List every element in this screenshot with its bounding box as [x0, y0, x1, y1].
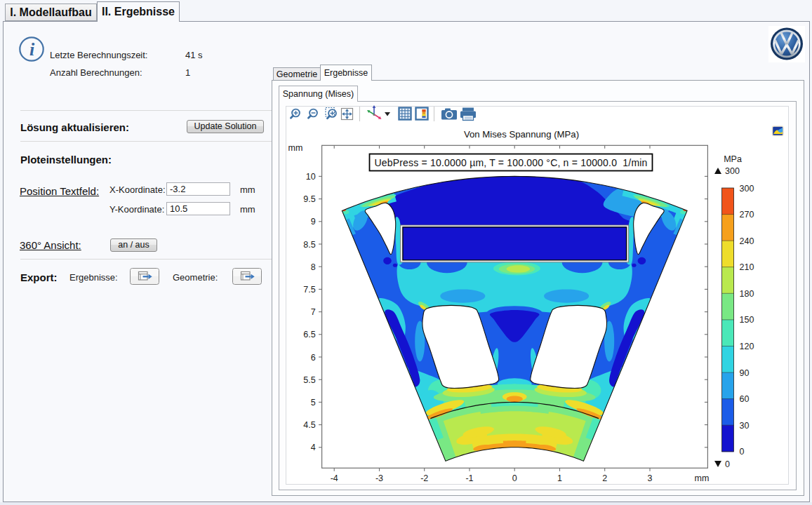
svg-text:3: 3: [648, 473, 653, 483]
svg-text:6: 6: [311, 353, 316, 363]
svg-text:1: 1: [557, 473, 562, 483]
svg-text:-3: -3: [375, 473, 383, 483]
svg-text:0: 0: [512, 473, 517, 483]
svg-text:240: 240: [740, 236, 754, 246]
svg-text:300: 300: [725, 166, 740, 176]
svg-text:6.5: 6.5: [303, 330, 315, 339]
svg-text:270: 270: [740, 210, 754, 220]
svg-text:120: 120: [740, 342, 754, 351]
svg-text:Von Mises Spannung (MPa): Von Mises Spannung (MPa): [464, 129, 579, 140]
svg-text:150: 150: [740, 315, 754, 325]
svg-text:MPa: MPa: [724, 154, 742, 164]
svg-text:8.5: 8.5: [303, 240, 315, 250]
svg-text:5.5: 5.5: [303, 375, 315, 385]
svg-text:2: 2: [602, 473, 607, 483]
svg-text:i: i: [29, 39, 35, 60]
svg-text:mm: mm: [695, 473, 710, 483]
svg-text:mm: mm: [288, 143, 303, 153]
svg-text:4: 4: [311, 443, 316, 452]
svg-text:5: 5: [311, 398, 316, 408]
svg-text:8: 8: [311, 262, 316, 272]
svg-text:9.5: 9.5: [303, 194, 315, 204]
svg-text:210: 210: [740, 262, 754, 272]
svg-text:90: 90: [740, 368, 750, 378]
svg-text:4.5: 4.5: [303, 420, 315, 430]
svg-text:7.5: 7.5: [303, 285, 315, 295]
svg-text:UebPress = 10.0000 µm, T = 100: UebPress = 10.0000 µm, T = 100.000 °C, n…: [374, 157, 647, 168]
svg-text:-2: -2: [420, 473, 428, 483]
svg-text:30: 30: [740, 421, 750, 431]
svg-text:10: 10: [306, 172, 316, 182]
svg-text:300: 300: [740, 184, 754, 194]
svg-text:9: 9: [311, 217, 316, 227]
svg-text:180: 180: [740, 289, 754, 299]
svg-text:0: 0: [725, 459, 730, 469]
svg-text:60: 60: [740, 394, 750, 404]
svg-text:7: 7: [311, 307, 316, 317]
svg-text:-1: -1: [465, 473, 473, 483]
svg-text:-4: -4: [331, 473, 338, 483]
svg-text:0: 0: [740, 447, 745, 457]
